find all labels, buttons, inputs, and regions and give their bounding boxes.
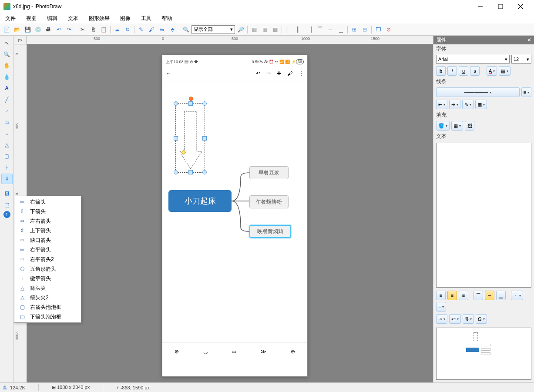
resize-handle[interactable] <box>188 101 193 106</box>
crop-tool[interactable]: ⬚ <box>1 200 13 210</box>
font-color-button[interactable]: A <box>487 66 497 76</box>
align-middle-icon[interactable]: ─ <box>326 25 335 34</box>
bullet-dropdown[interactable]: •≡ <box>449 314 461 324</box>
align-icon-3[interactable]: ▦ <box>270 25 280 34</box>
menu-edit[interactable]: 编辑 <box>45 14 59 23</box>
menu-down-arrow[interactable]: ⇩下箭头 <box>15 207 80 216</box>
menu-updown-arrow[interactable]: ⇕上下箭头 <box>15 226 80 235</box>
symbol-dropdown[interactable]: Ω <box>476 314 487 324</box>
undo-icon[interactable]: ↶ <box>54 25 64 34</box>
strike-button[interactable]: s <box>470 66 480 76</box>
rotate-handle[interactable] <box>189 97 193 101</box>
font-family-dropdown[interactable]: Arial▾ <box>436 55 510 64</box>
resize-handle[interactable] <box>174 170 178 174</box>
canvas-viewport[interactable]: 上午10:08 ▤ ⊘ ◆ 0.5K/s ⁂ ⏰ ⚏ 📶 📶 ⚡36 ← ↶ ↷… <box>27 44 433 382</box>
menu-view[interactable]: 视图 <box>24 14 38 23</box>
line-tool[interactable]: ╱ <box>1 94 13 105</box>
redo-icon[interactable]: ↷ <box>64 25 74 34</box>
copy-icon[interactable]: ⎘ <box>88 25 98 34</box>
menu-arrowhead2[interactable]: △箭头尖2 <box>15 293 80 302</box>
zoom-tool[interactable]: 🔍 <box>1 49 13 60</box>
window-icon[interactable]: 🗔 <box>373 25 383 34</box>
dropper-tool[interactable]: 💧 <box>1 72 13 82</box>
fill-pattern-dropdown[interactable]: ▦ <box>451 121 463 131</box>
pointer-tool[interactable]: ↖ <box>1 38 13 48</box>
line-weight-dropdown[interactable]: ≡ <box>521 87 531 97</box>
triangle-tool[interactable]: △ <box>1 140 13 150</box>
brush-icon[interactable]: 🖌 <box>147 25 156 34</box>
number-tool[interactable]: 1 <box>3 211 10 218</box>
menu-notched-arrow[interactable]: ⇨缺口箭头 <box>15 235 80 245</box>
align-bottom-icon[interactable]: ▁ <box>336 25 346 34</box>
fill-image-button[interactable]: 🖼 <box>465 121 474 131</box>
edit-icon[interactable]: ✎ <box>136 25 146 34</box>
zoom-tool-icon[interactable]: 🔍 <box>181 25 191 34</box>
resize-handle[interactable] <box>202 101 207 106</box>
menu-pentagon-arrow[interactable]: ⬠五角形箭头 <box>15 264 80 274</box>
cut-icon[interactable]: ✂ <box>78 25 87 34</box>
menu-file[interactable]: 文件 <box>3 14 17 23</box>
align-icon-1[interactable]: ▦ <box>249 25 259 34</box>
panel-close-icon[interactable]: ✕ <box>527 37 531 43</box>
resize-handle[interactable] <box>202 136 207 141</box>
resize-handle[interactable] <box>202 170 207 174</box>
menu-right-arrow-callout[interactable]: ▢右箭头泡泡框 <box>15 302 80 312</box>
image-tool[interactable]: 🖼 <box>1 188 13 199</box>
arrow-start-dropdown[interactable]: ⇤ <box>436 100 447 109</box>
valign-middle-button[interactable]: ─ <box>485 291 494 300</box>
resize-handle[interactable] <box>174 101 178 106</box>
refresh-icon[interactable]: ↻ <box>123 25 132 34</box>
arrow-end-dropdown[interactable]: ⇥ <box>449 100 460 109</box>
align-center-button[interactable]: ≡ <box>447 291 457 300</box>
maximize-button[interactable] <box>490 0 510 13</box>
menu-striped-arrow2[interactable]: ⇨右平箭头2 <box>15 255 80 264</box>
line-color-dropdown[interactable]: ✎ <box>462 100 474 109</box>
grid1-icon[interactable]: ⊞ <box>349 25 359 34</box>
menu-striped-arrow[interactable]: ⇨右平箭头 <box>15 245 80 255</box>
align-icon-2[interactable]: ▦ <box>260 25 269 34</box>
valign-bottom-button[interactable]: ▁ <box>496 291 506 300</box>
menu-chevron-arrow[interactable]: ⬨徽章箭头 <box>15 274 80 283</box>
menu-tools[interactable]: 工具 <box>139 14 153 23</box>
menu-leftright-arrow[interactable]: ⇔左右箭头 <box>15 216 80 226</box>
align-center-icon[interactable]: ▎ <box>294 25 304 34</box>
resize-handle[interactable] <box>188 170 193 174</box>
measure-tool[interactable]: ⟊ <box>1 162 13 173</box>
menu-arrowhead[interactable]: △箭头尖 <box>15 283 80 293</box>
hand-tool[interactable]: ✋ <box>1 60 13 71</box>
ellipse-tool[interactable]: ○ <box>1 128 13 139</box>
resize-handle[interactable] <box>174 136 178 141</box>
menu-effects[interactable]: 图形效果 <box>87 14 111 23</box>
zoom-dropdown[interactable]: 显示全部▾ <box>191 25 235 34</box>
menu-image[interactable]: 图像 <box>118 14 132 23</box>
highlight-button[interactable]: ▦ <box>499 66 510 76</box>
cd-icon[interactable]: 💿 <box>33 25 43 34</box>
list2-dropdown[interactable]: ≡ <box>436 302 446 312</box>
new-icon[interactable]: 📄 <box>2 25 11 34</box>
font-size-dropdown[interactable]: 12▾ <box>511 55 531 64</box>
menu-right-arrow[interactable]: ⇨右箭头 <box>15 197 80 207</box>
indent-dropdown[interactable]: ⇥ <box>436 314 447 324</box>
save-icon[interactable]: 💾 <box>23 25 32 34</box>
line-pattern-dropdown[interactable]: ▦ <box>475 100 487 109</box>
open-icon[interactable]: 📂 <box>12 25 22 34</box>
menu-help[interactable]: 帮助 <box>160 14 174 23</box>
align-left-button[interactable]: ≡ <box>436 291 446 300</box>
italic-button[interactable]: i <box>447 66 457 76</box>
minimize-button[interactable] <box>470 0 490 13</box>
fill-bucket-dropdown[interactable]: 🪣 <box>436 121 450 131</box>
arrow-tool[interactable]: ⇩ <box>1 174 13 184</box>
spacing-dropdown[interactable]: ⇅ <box>463 314 474 324</box>
grid2-icon[interactable]: ⊟ <box>360 25 369 34</box>
underline-button[interactable]: u <box>459 66 468 76</box>
callout-tool[interactable]: ▢ <box>1 151 13 161</box>
cloud-icon[interactable]: ☁ <box>112 25 122 34</box>
text-content-area[interactable] <box>436 143 531 288</box>
curve-tool[interactable]: ⟋ <box>1 106 13 116</box>
rect-tool[interactable]: ▭ <box>1 117 13 127</box>
flip-h-icon[interactable]: ⇋ <box>157 25 167 34</box>
bold-button[interactable]: b <box>436 66 446 76</box>
delete-icon[interactable]: ⊘ <box>384 25 393 34</box>
valign-top-button[interactable]: ▔ <box>474 291 483 300</box>
line-style-dropdown[interactable]: ─────── <box>436 87 520 97</box>
